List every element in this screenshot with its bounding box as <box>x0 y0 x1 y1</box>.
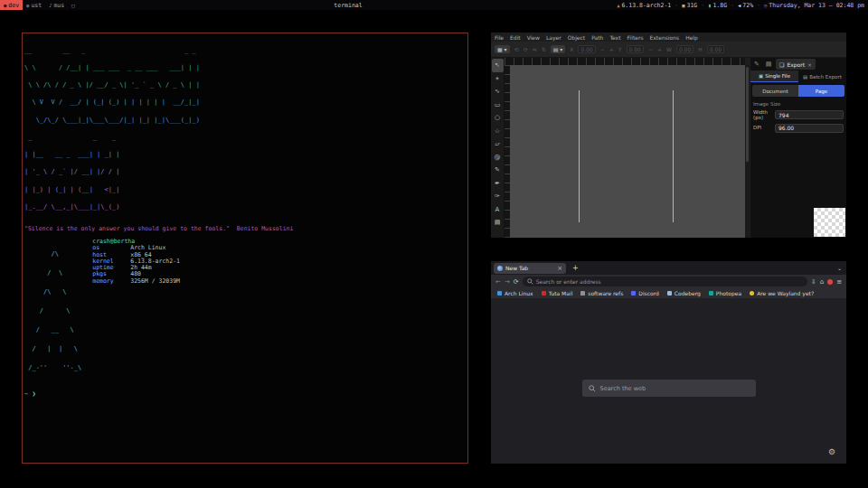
forward-button[interactable]: → <box>505 278 510 286</box>
spiral-tool-icon[interactable]: @ <box>492 151 504 164</box>
web-search-box[interactable]: Search the web <box>582 380 756 397</box>
star-tool-icon[interactable]: ☆ <box>492 125 504 138</box>
ellipse-tool-icon[interactable]: ○ <box>492 111 504 125</box>
back-button[interactable]: ← <box>495 278 501 286</box>
dpi-input[interactable]: 96.00 <box>775 124 844 133</box>
export-tab-icon: ❏ <box>779 61 784 68</box>
inkscape-menubar: File Edit View Layer Object Path Text Fi… <box>491 33 846 42</box>
url-bar[interactable]: Search or enter address <box>523 277 807 286</box>
dock-tab-strip: ✎ ▤ ❏ Export × <box>750 58 846 70</box>
width-field-row: Width (px) 794 <box>753 109 844 121</box>
menu-filters[interactable]: Filters <box>627 34 644 41</box>
recording-indicator-icon[interactable] <box>827 279 833 285</box>
export-mode-tabs: ▣ Single File ▤ Batch Export <box>750 70 846 82</box>
page-border-left <box>579 90 580 222</box>
downloads-icon[interactable]: ⇩ <box>811 278 816 286</box>
workspace-tag-dev[interactable]: ● dev <box>0 0 23 10</box>
bookmark-folder-software-refs[interactable]: software refs <box>580 290 623 296</box>
export-preview-thumbnail <box>814 208 845 237</box>
y-minus[interactable]: − <box>648 46 653 52</box>
width-input[interactable]: 794 <box>775 110 844 119</box>
home-icon[interactable]: ⌂ <box>820 278 824 286</box>
page-border-right <box>673 90 674 222</box>
bookmark-photopea[interactable]: Photopea <box>709 290 741 296</box>
bookmark-are-we-wayland-yet[interactable]: Are we Wayland yet? <box>750 290 814 296</box>
fetch-block: /\ / \ /\ \ / \ / __ \ / | | \ /_-'' ''-… <box>24 239 466 384</box>
list-tabs-chevron-icon[interactable]: ⌄ <box>837 265 842 271</box>
scrollbar-thumb[interactable] <box>746 67 749 162</box>
menu-file[interactable]: File <box>495 34 504 41</box>
bookmark-discord[interactable]: Discord <box>631 290 659 296</box>
new-tab-button[interactable]: + <box>572 264 579 272</box>
document-button[interactable]: Document <box>752 85 798 97</box>
node-tool-icon[interactable]: ⌖ <box>492 72 504 86</box>
selection-mode-button[interactable]: ▦ ▾ <box>495 45 510 53</box>
focused-window-title: terminal <box>334 2 362 9</box>
tab-close-icon[interactable]: × <box>557 265 562 272</box>
export-tab-close-icon[interactable]: × <box>807 61 812 68</box>
canvas-scrollbar[interactable] <box>745 65 750 238</box>
single-file-icon: ▣ <box>759 73 763 79</box>
selector-toolbar: ▦ ▾ ⟲ ⟳ ⇋ ⇅ ▤ ▾ X 0.00 − + Y 0.00 − + W … <box>491 42 846 58</box>
menu-edit[interactable]: Edit <box>510 34 521 41</box>
browser-tab-new-tab[interactable]: New Tab × <box>494 263 566 274</box>
gradient-tool-icon[interactable]: ▤ <box>492 216 504 230</box>
reload-button[interactable]: ⟳ <box>514 278 519 286</box>
export-dock-tab[interactable]: ❏ Export × <box>776 59 816 70</box>
x-minus[interactable]: − <box>600 46 605 52</box>
workspace-tag-ust[interactable]: ◍ ust <box>23 0 45 10</box>
volume-module: ◀ 72% <box>738 2 753 9</box>
menu-path[interactable]: Path <box>591 34 603 41</box>
h-input[interactable]: 0.00 <box>707 45 724 53</box>
box3d-tool-icon[interactable]: ▱ <box>492 137 504 151</box>
bookmark-codeberg[interactable]: Codeberg <box>667 290 701 296</box>
calligraphy-tool-icon[interactable]: ✑ <box>492 190 504 203</box>
wayland-favicon <box>750 291 754 296</box>
y-input[interactable]: 0.00 <box>627 45 644 53</box>
menu-extensions[interactable]: Extensions <box>650 34 680 41</box>
bookmarks-bar: Arch Linux Tuta Mail software refs Disco… <box>491 288 846 298</box>
workspace-tag-mus[interactable]: ♪ mus <box>45 0 68 10</box>
export-panel: ✎ ▤ ❏ Export × ▣ Single File ▤ Batch Exp… <box>750 58 846 238</box>
flip-horizontal-button[interactable]: ⇋ <box>533 46 537 52</box>
pen-tool-icon[interactable]: ✒ <box>492 177 504 191</box>
inkscape-toolbox: ↖ ⌖ ∿ ▭ ○ ☆ ▱ @ ✎ ✒ ✑ A ▤ <box>491 58 505 238</box>
terminal-window[interactable]: __ __ _ _ _ \ \ / /__| | ___ ___ _ __ __… <box>22 33 468 464</box>
workspace-tag-misc[interactable]: □ <box>68 0 78 10</box>
pencil-tool-icon[interactable]: ✎ <box>492 164 504 177</box>
menu-icon[interactable]: ≡ <box>836 278 842 286</box>
align-button[interactable]: ▤ ▾ <box>551 45 566 53</box>
menu-layer[interactable]: Layer <box>546 34 561 41</box>
menu-view[interactable]: View <box>527 34 540 41</box>
dock-tool-icon[interactable]: ✎ <box>752 61 761 68</box>
menu-object[interactable]: Object <box>568 34 586 41</box>
selector-tool-icon[interactable]: ↖ <box>492 59 504 72</box>
bookmark-tuta-mail[interactable]: Tuta Mail <box>542 290 573 296</box>
text-tool-icon[interactable]: A <box>492 203 504 217</box>
rotate-cw-button[interactable]: ⟳ <box>524 46 528 52</box>
inkscape-canvas[interactable] <box>510 65 745 238</box>
search-icon <box>589 385 596 392</box>
status-bar: ● dev ◍ ust ♪ mus □ terminal ▲ 6.13.8-ar… <box>0 0 868 10</box>
y-plus[interactable]: + <box>657 46 662 52</box>
x-input[interactable]: 0.00 <box>578 45 595 53</box>
memory-module: ▮ 1.8G <box>708 2 727 9</box>
x-plus[interactable]: + <box>609 46 614 52</box>
bookmark-arch-linux[interactable]: Arch Linux <box>497 290 533 296</box>
single-file-tab[interactable]: ▣ Single File <box>750 70 798 82</box>
rectangle-tool-icon[interactable]: ▭ <box>492 99 504 112</box>
batch-export-tab[interactable]: ▤ Batch Export <box>798 70 846 82</box>
discord-favicon <box>631 291 636 296</box>
page-settings-gear-icon[interactable]: ⚙ <box>828 447 835 456</box>
rotate-ccw-button[interactable]: ⟲ <box>514 46 519 52</box>
web-search-placeholder: Search the web <box>600 385 646 392</box>
dock-layers-icon[interactable]: ▤ <box>764 61 773 68</box>
shape-builder-tool-icon[interactable]: ∿ <box>492 85 504 99</box>
shell-prompt[interactable]: ~ ❯ <box>24 390 466 398</box>
menu-text[interactable]: Text <box>609 34 620 41</box>
menu-help[interactable]: Help <box>685 34 698 41</box>
page-button[interactable]: Page <box>798 85 844 97</box>
flip-vertical-button[interactable]: ⇅ <box>542 46 546 52</box>
w-input[interactable]: 0.00 <box>676 45 693 53</box>
w-label: W <box>666 46 672 52</box>
